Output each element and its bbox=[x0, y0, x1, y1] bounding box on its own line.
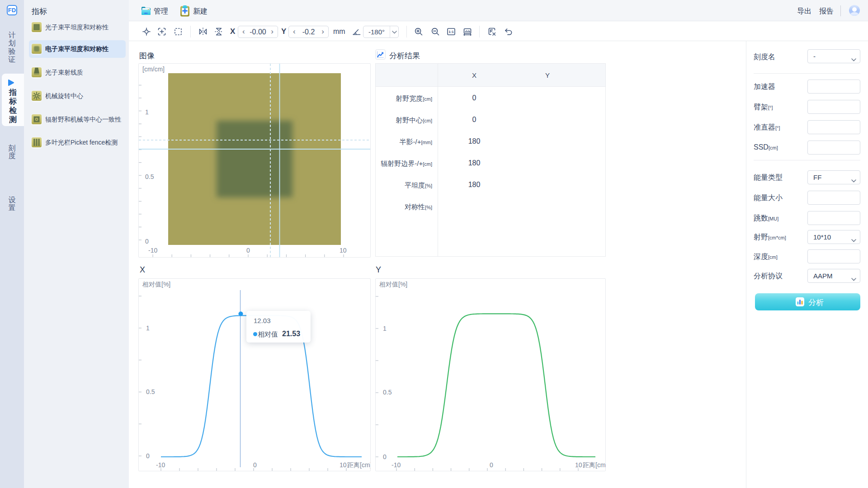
svg-text:0: 0 bbox=[246, 247, 250, 254]
svg-text:-10: -10 bbox=[148, 247, 157, 254]
svg-text:0: 0 bbox=[145, 238, 149, 245]
svg-text:0.5: 0.5 bbox=[383, 389, 392, 396]
svg-text:-10: -10 bbox=[392, 461, 401, 469]
svg-text:[cm/cm]: [cm/cm] bbox=[142, 66, 165, 73]
svg-text:0: 0 bbox=[146, 452, 150, 460]
svg-text:1: 1 bbox=[383, 325, 387, 332]
svg-text:0: 0 bbox=[383, 453, 387, 460]
svg-text:0: 0 bbox=[253, 461, 257, 469]
svg-text:1:1: 1:1 bbox=[448, 30, 454, 34]
svg-text:1: 1 bbox=[146, 324, 150, 332]
svg-text:1: 1 bbox=[145, 108, 149, 116]
svg-text:10: 10 bbox=[575, 461, 582, 469]
svg-text:0.5: 0.5 bbox=[146, 388, 155, 395]
svg-text:相对值[%]: 相对值[%] bbox=[142, 281, 170, 288]
svg-text:10: 10 bbox=[340, 247, 347, 254]
svg-text:相对值[%]: 相对值[%] bbox=[379, 281, 407, 288]
svg-text:距离[cm]: 距离[cm] bbox=[583, 461, 605, 469]
svg-text:10: 10 bbox=[340, 461, 347, 469]
svg-text:0.5: 0.5 bbox=[145, 173, 154, 180]
svg-text:-10: -10 bbox=[156, 461, 165, 469]
svg-text:距离[cm]: 距离[cm] bbox=[347, 461, 370, 469]
svg-text:0: 0 bbox=[490, 461, 493, 469]
